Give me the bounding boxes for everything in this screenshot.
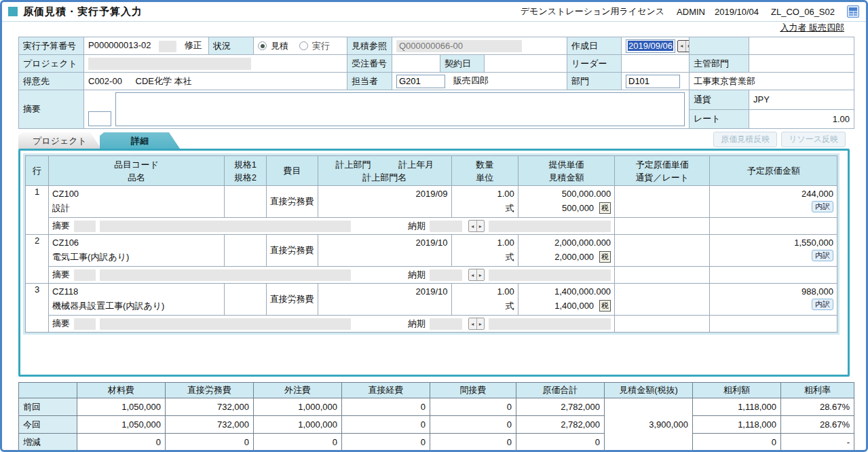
summary-corner-cell xyxy=(19,383,77,398)
delivery-label: 納期 xyxy=(408,220,426,232)
outsourcing-value: 0 xyxy=(254,434,342,451)
tab-detail[interactable]: 詳細 xyxy=(100,132,180,149)
detail-row: 2 CZ106電気工事(内訳あり) 直接労務費 2019/10 1.00式 2,… xyxy=(26,235,837,267)
quote-ref-field: Q000000066-00 xyxy=(396,40,522,52)
tax-button[interactable]: 税 xyxy=(599,300,611,312)
direct-exp-value: 0 xyxy=(342,398,430,416)
col-dept: 計上部門計上年月計上部門名 xyxy=(318,156,451,186)
delivery-spinner[interactable]: ◂▸ xyxy=(468,220,485,232)
leader-label: リーダー xyxy=(567,55,622,73)
planned-amount-cell[interactable]: 244,000内訳 xyxy=(710,186,837,218)
created-date-spinner[interactable]: ◂▸ xyxy=(677,40,689,52)
breakdown-button[interactable]: 内訳 xyxy=(812,250,833,261)
dept-code-cell xyxy=(622,73,690,90)
person-code-input[interactable] xyxy=(396,75,445,88)
item-cell[interactable]: CZ106電気工事(内訳あり) xyxy=(49,235,225,267)
item-cell[interactable]: CZ100設計 xyxy=(49,186,225,218)
summary-header-row: 材料費 直接労務費 外注費 直接経費 間接費 原価合計 見積金額(税抜) 粗利額… xyxy=(19,383,854,398)
person-name: 販売四郎 xyxy=(453,75,489,86)
gross-profit-value: 1,118,000 xyxy=(693,416,781,434)
reflect-cost-button[interactable]: 原価見積反映 xyxy=(713,132,777,147)
tekiyo-code-input[interactable] xyxy=(88,111,111,126)
radio-exec[interactable] xyxy=(299,41,308,50)
gross-rate-value: 28.67% xyxy=(781,416,854,434)
summary-col-materials: 材料費 xyxy=(77,383,166,398)
outsourcing-value: 1,000,000 xyxy=(254,416,342,434)
breakdown-button[interactable]: 内訳 xyxy=(812,201,833,212)
detail-subrow: 摘要 納期 ◂▸ xyxy=(26,218,837,235)
radio-quote[interactable] xyxy=(258,41,267,50)
price-cell[interactable]: 1,400,000.0001,400,000税 xyxy=(518,284,614,316)
tekiyo-code-field xyxy=(74,221,96,232)
qty-cell[interactable]: 1.00式 xyxy=(451,235,518,267)
person-label: 担当者 xyxy=(347,73,392,90)
summary-col-labor: 直接労務費 xyxy=(166,383,254,398)
subrow-empty-cell xyxy=(710,218,837,235)
revision-field xyxy=(159,41,176,52)
qty-cell[interactable]: 1.00式 xyxy=(451,284,518,316)
row-number: 2 xyxy=(26,235,49,284)
spec-cell[interactable] xyxy=(224,284,266,316)
dept-month-cell[interactable]: 2019/10 xyxy=(318,284,451,316)
radio-quote-label: 見積 xyxy=(271,40,288,52)
planned-amount-cell[interactable]: 988,000内訳 xyxy=(710,284,837,316)
labor-value: 732,000 xyxy=(166,416,254,434)
project-label: プロジェクト xyxy=(19,55,84,73)
page-title: 原価見積・実行予算入力 xyxy=(23,5,143,18)
tax-button[interactable]: 税 xyxy=(599,202,611,214)
expense-cell[interactable]: 直接労務費 xyxy=(266,284,318,316)
item-cell[interactable]: CZ118機械器具設置工事(内訳あり) xyxy=(49,284,225,316)
quote-ref-label: 見積参照 xyxy=(347,37,392,55)
col-planned-unit: 予定原価単価通貨／レート xyxy=(615,156,710,186)
summary-row-delta: 増減 0 0 0 0 0 0 0 - xyxy=(19,434,854,451)
rate-value: 1.00 xyxy=(749,109,854,129)
tekiyo-text-field xyxy=(100,269,351,281)
cost-total-value: 2,782,000 xyxy=(516,416,605,434)
dept-month-cell[interactable]: 2019/10 xyxy=(318,235,451,267)
title-square-icon xyxy=(8,7,18,16)
input-person-link[interactable]: 入力者 販売四郎 xyxy=(780,22,844,33)
tekiyo-text-field xyxy=(100,221,351,232)
row-number: 1 xyxy=(26,186,49,235)
budget-no-label: 実行予算番号 xyxy=(19,37,84,55)
delivery-spinner[interactable]: ◂▸ xyxy=(468,269,485,281)
currency-value: JPY xyxy=(749,90,854,110)
dept-month-cell[interactable]: 2019/09 xyxy=(318,186,451,218)
tekiyo-textarea[interactable] xyxy=(115,92,685,126)
detail-table: 行 品目コード品名 規格1規格2 費目 計上部門計上年月計上部門名 数量単位 提… xyxy=(25,155,837,333)
spec-cell[interactable] xyxy=(224,235,266,267)
tab-project[interactable]: プロジェクト xyxy=(18,132,101,149)
summary-row-label: 増減 xyxy=(19,434,77,451)
expense-cell[interactable]: 直接労務費 xyxy=(266,235,318,267)
tekiyo-cell xyxy=(84,90,690,129)
created-date-input[interactable]: 2019/09/06 xyxy=(626,39,675,53)
planned-unit-cell[interactable] xyxy=(615,235,710,267)
direct-exp-value: 0 xyxy=(342,434,430,451)
indirect-value: 0 xyxy=(430,398,516,416)
summary-row-previous: 前回 1,050,000 732,000 1,000,000 0 0 2,782… xyxy=(19,398,854,416)
gross-rate-value: - xyxy=(781,434,854,451)
planned-amount-cell[interactable]: 1,550,000内訳 xyxy=(710,235,837,267)
main-dept-label: 主管部門 xyxy=(690,55,749,73)
breakdown-button[interactable]: 内訳 xyxy=(812,299,833,310)
dept-code-input[interactable] xyxy=(626,75,680,88)
price-cell[interactable]: 2,000,000.0002,000,000税 xyxy=(518,235,614,267)
customer-code: C002-00 xyxy=(88,76,122,86)
indirect-value: 0 xyxy=(430,434,516,451)
price-cell[interactable]: 500,000.000500,000税 xyxy=(518,186,614,218)
delivery-spinner[interactable]: ◂▸ xyxy=(468,318,485,330)
expense-cell[interactable]: 直接労務費 xyxy=(266,186,318,218)
tax-button[interactable]: 税 xyxy=(599,251,611,263)
planned-unit-cell[interactable] xyxy=(615,284,710,316)
login-user: ADMIN xyxy=(677,7,705,17)
reflect-resource-button[interactable]: リソース反映 xyxy=(781,132,846,147)
main-dept-cell xyxy=(749,55,854,73)
planned-unit-cell[interactable] xyxy=(615,186,710,218)
dept-name: 工事東京営業部 xyxy=(694,76,755,86)
calculator-icon[interactable] xyxy=(847,5,859,18)
detail-panel: 行 品目コード品名 規格1規格2 費目 計上部門計上年月計上部門名 数量単位 提… xyxy=(18,149,850,377)
subrow-extra-field xyxy=(489,221,611,232)
spec-cell[interactable] xyxy=(224,186,266,218)
subrow-tekiyo-label: 摘要 xyxy=(52,269,70,281)
qty-cell[interactable]: 1.00式 xyxy=(451,186,518,218)
